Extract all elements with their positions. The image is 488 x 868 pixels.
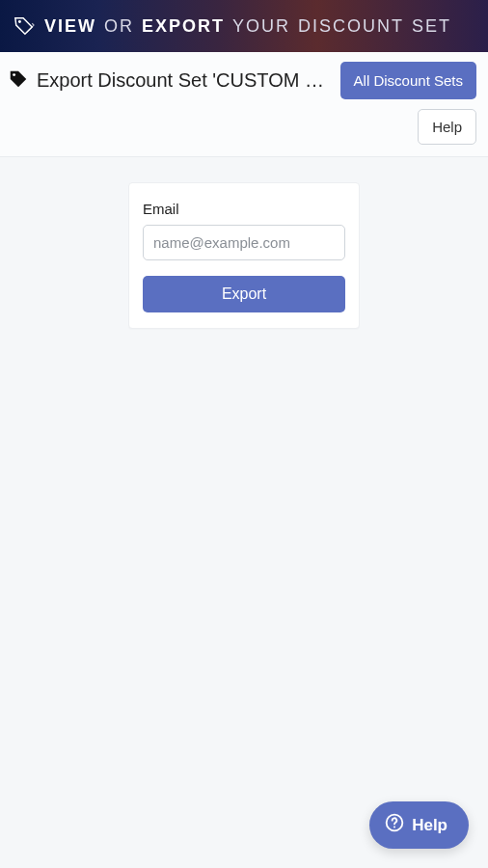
- help-widget-button[interactable]: Help: [369, 801, 469, 849]
- help-widget-label: Help: [412, 816, 447, 835]
- email-label: Email: [143, 201, 345, 217]
- tag-icon: [8, 68, 29, 94]
- svg-point-3: [393, 826, 395, 827]
- all-discount-sets-button[interactable]: All Discount Sets: [340, 62, 476, 99]
- banner-title: VIEW OR EXPORT YOUR DISCOUNT SET: [44, 16, 451, 37]
- help-circle-icon: [385, 813, 404, 837]
- page-header: Export Discount Set 'CUSTOM DISCOUNT' Al…: [0, 52, 488, 99]
- help-button[interactable]: Help: [418, 109, 476, 145]
- email-field[interactable]: [143, 225, 345, 260]
- title-wrap: Export Discount Set 'CUSTOM DISCOUNT': [8, 68, 333, 94]
- app-banner: VIEW OR EXPORT YOUR DISCOUNT SET: [0, 0, 488, 52]
- svg-point-0: [18, 20, 21, 23]
- tag-logo-icon: [14, 15, 35, 37]
- page-title: Export Discount Set 'CUSTOM DISCOUNT': [37, 69, 333, 92]
- main-area: Email Export: [0, 157, 488, 329]
- help-row: Help: [0, 99, 488, 157]
- export-form-card: Email Export: [128, 182, 360, 329]
- svg-point-1: [13, 73, 15, 76]
- export-button[interactable]: Export: [143, 276, 345, 312]
